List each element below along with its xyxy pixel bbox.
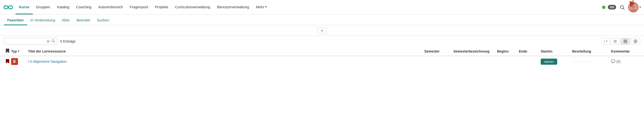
logo-icon	[3, 2, 14, 13]
th-kommentar: Kommentar	[611, 49, 640, 53]
nav-item-kurse[interactable]: Kurse	[16, 0, 33, 14]
nav-item-benutzerverwaltung[interactable]: Benutzerverwaltung	[214, 0, 253, 14]
svg-rect-13	[626, 42, 627, 43]
td-title[interactable]: I-0 Allgemeine Navigation	[28, 60, 424, 63]
svg-rect-11	[626, 40, 627, 41]
search-icon	[620, 5, 625, 10]
star-5[interactable]: ☆	[588, 59, 591, 64]
svg-marker-16	[6, 59, 9, 63]
tab-favoriten[interactable]: Favoriten	[4, 16, 27, 25]
svg-line-6	[54, 42, 55, 43]
tab-in-vorbereitung[interactable]: In Vorbereitung	[27, 16, 59, 25]
th-semester: Semester	[424, 49, 454, 53]
tab-beendet[interactable]: Beendet	[73, 16, 94, 25]
search-box: ⊗	[4, 38, 57, 45]
nav-item-gruppen[interactable]: Gruppen	[33, 0, 54, 14]
entry-count: 5 Einträge	[60, 39, 598, 43]
avatar-icon	[629, 3, 638, 12]
bookmark-header-icon	[6, 49, 9, 53]
svg-rect-19	[14, 61, 15, 61]
table-header: Typ ▾ Titel der Lernressource Semester S…	[0, 47, 644, 56]
sort-icon: ↕	[604, 39, 606, 43]
th-semesterbezeichnung: Semesterbezeichnung	[454, 49, 497, 53]
logo[interactable]	[3, 2, 14, 13]
svg-line-1	[623, 8, 624, 10]
nav-item-autorenbereich[interactable]: Autorenbereich	[95, 0, 126, 14]
nav-item-curriculumverwaltung[interactable]: Curriculumverwaltung	[172, 0, 214, 14]
score-badge: 0/0	[608, 5, 616, 10]
star-3[interactable]: ☆	[580, 59, 584, 64]
svg-rect-10	[624, 40, 625, 41]
grid-view-button[interactable]	[621, 38, 630, 45]
nav-items: Kurse Gruppen Katalog Coaching Autorenbe…	[16, 0, 602, 14]
th-typ[interactable]: Typ ▾	[11, 49, 28, 53]
search-button[interactable]	[618, 4, 626, 11]
svg-point-2	[632, 5, 635, 8]
svg-point-14	[635, 41, 636, 42]
avatar[interactable]	[628, 2, 638, 13]
svg-marker-15	[6, 49, 9, 53]
clear-icon[interactable]: ⊗	[46, 39, 50, 44]
th-starten: Starten	[541, 49, 572, 53]
list-view-icon	[613, 39, 617, 43]
list-view-button[interactable]	[610, 38, 620, 45]
td-typ	[11, 58, 28, 65]
chevron-down-icon: ▾	[265, 5, 267, 9]
user-menu[interactable]: ▾	[628, 2, 641, 13]
stars-rating[interactable]: ☆ ☆ ☆ ☆ ☆	[572, 59, 611, 64]
nav-item-fragenpool[interactable]: Fragenpool	[126, 0, 152, 14]
bookmark-filled-icon	[6, 59, 9, 63]
star-2[interactable]: ☆	[576, 59, 580, 64]
tab-suchen[interactable]: Suchen	[94, 16, 113, 25]
search-submit-icon[interactable]	[51, 39, 55, 44]
gear-icon	[634, 39, 638, 43]
svg-rect-18	[14, 60, 15, 61]
th-beginn: Beginn	[497, 49, 519, 53]
starten-button[interactable]: starten	[541, 59, 557, 65]
navbar: Kurse Gruppen Katalog Coaching Autorenbe…	[0, 0, 644, 15]
table-row: I-0 Allgemeine Navigation starten ☆ ☆ ☆ …	[0, 56, 644, 67]
nav-item-projekte[interactable]: Projekte	[152, 0, 172, 14]
resource-type-icon	[11, 58, 18, 65]
filter-row: ∨	[0, 25, 644, 36]
td-kommentar: (0)	[611, 60, 640, 63]
nav-item-mehr[interactable]: Mehr ▾	[252, 0, 270, 14]
nav-item-katalog[interactable]: Katalog	[54, 0, 73, 14]
settings-button[interactable]	[631, 38, 640, 45]
sort-button[interactable]: ↕ ▾	[601, 38, 610, 45]
td-bookmark[interactable]	[4, 59, 11, 64]
chevron-down-icon: ∨	[321, 29, 323, 32]
sort-typ-icon: ▾	[18, 50, 20, 53]
tabs-bar: Favoriten In Vorbereitung Aktiv Beendet …	[0, 15, 644, 25]
td-starten: starten	[541, 59, 572, 65]
status-dot	[602, 6, 606, 9]
th-bookmark	[4, 49, 11, 54]
th-ende: Ende	[519, 49, 541, 53]
svg-rect-12	[624, 42, 625, 43]
nav-item-coaching[interactable]: Coaching	[73, 0, 95, 14]
filter-collapse-button[interactable]: ∨	[318, 27, 326, 34]
th-title: Titel der Lernressource	[28, 49, 424, 53]
search-row: ⊗ 5 Einträge ↕ ▾	[0, 36, 644, 47]
chevron-down-icon: ▾	[640, 5, 641, 9]
star-4[interactable]: ☆	[584, 59, 587, 64]
th-beurteilung: Beurteilung	[572, 49, 611, 53]
search-input[interactable]	[6, 39, 45, 43]
comment-icon[interactable]: (0)	[611, 60, 640, 63]
svg-point-3	[630, 9, 636, 12]
star-1[interactable]: ☆	[572, 59, 576, 64]
svg-rect-20	[14, 61, 14, 62]
svg-point-5	[52, 40, 54, 42]
td-beurteilung: ☆ ☆ ☆ ☆ ☆	[572, 59, 611, 64]
nav-right: 0/0 ▾	[602, 2, 641, 13]
svg-point-0	[620, 5, 624, 9]
chevron-down-icon: ▾	[606, 40, 608, 43]
grid-view-icon	[624, 39, 627, 43]
view-controls: ↕ ▾	[601, 38, 640, 45]
tab-aktiv[interactable]: Aktiv	[58, 16, 73, 25]
